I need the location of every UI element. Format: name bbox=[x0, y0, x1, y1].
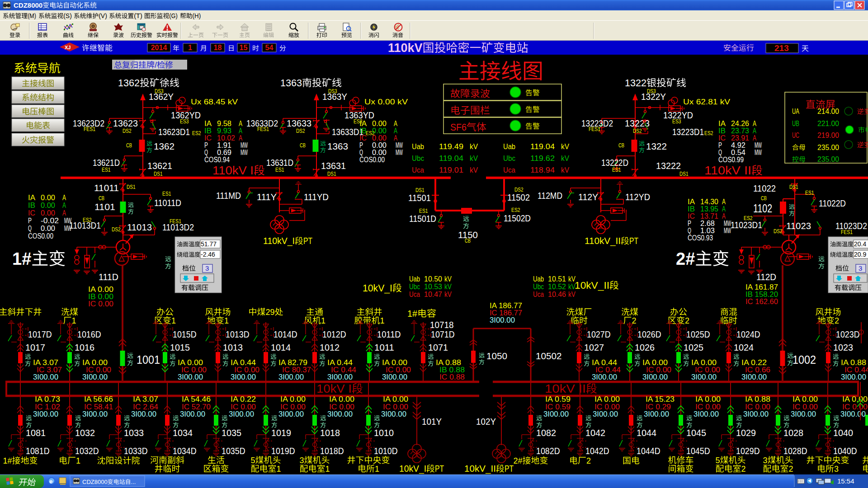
svg-text:IC 0.44: IC 0.44 bbox=[331, 366, 356, 374]
svg-text:1102: 1102 bbox=[753, 202, 772, 215]
svg-text:2#: 2# bbox=[676, 249, 695, 268]
svg-text:UC: UC bbox=[792, 131, 799, 139]
svg-text:1012D: 1012D bbox=[322, 329, 346, 339]
svg-text:IA 3.07: IA 3.07 bbox=[133, 395, 158, 403]
svg-text:CDZ8000: CDZ8000 bbox=[82, 479, 108, 485]
svg-text:IB: IB bbox=[204, 127, 212, 135]
svg-text:1082: 1082 bbox=[536, 428, 556, 438]
svg-text:119.49: 119.49 bbox=[439, 142, 463, 151]
svg-text:CB: CB bbox=[126, 142, 132, 149]
svg-text:1033D: 1033D bbox=[124, 446, 148, 456]
svg-text:CB: CB bbox=[618, 142, 624, 149]
svg-text:Uca: Uca bbox=[409, 291, 420, 298]
svg-text:1034D: 1034D bbox=[173, 446, 197, 456]
svg-text:CB: CB bbox=[300, 142, 306, 149]
svg-text:IC 0.00: IC 0.00 bbox=[842, 403, 868, 411]
svg-text:DS2: DS2 bbox=[633, 127, 642, 134]
svg-text:3I00.00: 3I00.00 bbox=[644, 410, 669, 418]
svg-text:DS1: DS1 bbox=[127, 183, 136, 190]
svg-text:A: A bbox=[722, 212, 726, 220]
svg-text:A: A bbox=[394, 134, 397, 142]
svg-text:1: 1 bbox=[171, 316, 176, 325]
svg-text:0.00: 0.00 bbox=[372, 149, 387, 156]
svg-text:kV: kV bbox=[470, 142, 478, 151]
svg-text:1015: 1015 bbox=[170, 343, 190, 352]
svg-text:(H): (H) bbox=[193, 12, 201, 19]
svg-text:3I00.00: 3I00.00 bbox=[490, 316, 515, 324]
svg-text:235.00: 235.00 bbox=[817, 144, 839, 151]
svg-text:COS0.00: COS0.00 bbox=[359, 156, 385, 164]
svg-text:kV: kV bbox=[470, 154, 478, 163]
svg-text:3I00.00: 3I00.00 bbox=[642, 373, 668, 381]
svg-text:0.00: 0.00 bbox=[41, 209, 55, 217]
svg-text:20.4: 20.4 bbox=[854, 240, 866, 248]
svg-text:5: 5 bbox=[251, 455, 255, 465]
svg-text:2.68: 2.68 bbox=[700, 220, 715, 227]
svg-text:1044: 1044 bbox=[637, 428, 656, 438]
svg-text:MW: MW bbox=[396, 141, 403, 149]
svg-text:9.93: 9.93 bbox=[217, 127, 231, 135]
svg-text:1029: 1029 bbox=[736, 428, 756, 438]
svg-text:ES2: ES2 bbox=[704, 130, 713, 136]
svg-text:Ubc: Ubc bbox=[409, 283, 420, 291]
svg-text:110kV II: 110kV II bbox=[704, 164, 751, 177]
svg-text:11013D2: 11013D2 bbox=[162, 222, 194, 232]
svg-text:Ux 68.45 kV: Ux 68.45 kV bbox=[191, 98, 238, 106]
svg-text:PT: PT bbox=[505, 464, 514, 474]
svg-text:IA 0.00: IA 0.00 bbox=[280, 395, 306, 403]
svg-text:10.51: 10.51 bbox=[548, 275, 566, 283]
svg-text:3I00.00: 3I00.00 bbox=[592, 373, 617, 381]
svg-text:IC 0.00: IC 0.00 bbox=[383, 403, 408, 411]
svg-text:3I00.00: 3I00.00 bbox=[840, 410, 866, 418]
svg-text:IA 0.22: IA 0.22 bbox=[741, 359, 767, 366]
svg-text:(S): (S) bbox=[63, 12, 72, 19]
svg-text:(T): (T) bbox=[134, 12, 142, 19]
svg-text:IC 3.07: IC 3.07 bbox=[37, 366, 62, 374]
svg-text:MW: MW bbox=[724, 227, 731, 235]
svg-text:3I00.00: 3I00.00 bbox=[33, 410, 58, 418]
svg-text:3I00.00: 3I00.00 bbox=[382, 373, 407, 381]
svg-text:COS0.93: COS0.93 bbox=[688, 234, 713, 242]
svg-text:IA 0.59: IA 0.59 bbox=[545, 395, 571, 403]
svg-text:IC 0.29: IC 0.29 bbox=[646, 403, 671, 411]
svg-text:Uab: Uab bbox=[503, 142, 515, 151]
svg-text:1012: 1012 bbox=[320, 343, 340, 352]
svg-text:kV: kV bbox=[561, 142, 570, 151]
svg-text:20.9: 20.9 bbox=[854, 251, 866, 258]
svg-text:1362Y: 1362Y bbox=[149, 92, 174, 102]
svg-text:11013: 11013 bbox=[127, 222, 152, 232]
svg-text:2: 2 bbox=[789, 464, 793, 474]
svg-text:DS2: DS2 bbox=[296, 127, 305, 134]
svg-text:0.00: 0.00 bbox=[372, 127, 387, 135]
svg-text:IB 0.00: IB 0.00 bbox=[88, 293, 113, 300]
svg-text:IA: IA bbox=[28, 194, 35, 202]
svg-text:1013: 1013 bbox=[223, 343, 243, 352]
svg-text:112MD: 112MD bbox=[538, 191, 562, 201]
svg-text:ES3: ES3 bbox=[672, 118, 681, 125]
svg-text:10.47: 10.47 bbox=[424, 291, 442, 298]
svg-text:1045: 1045 bbox=[686, 428, 706, 438]
svg-text:1: 1 bbox=[375, 464, 379, 474]
svg-text:1363: 1363 bbox=[280, 77, 302, 89]
svg-text:1#: 1# bbox=[12, 249, 31, 268]
svg-text:1024D: 1024D bbox=[736, 329, 760, 339]
svg-text:IC: IC bbox=[359, 134, 367, 142]
svg-text:DS1: DS1 bbox=[679, 170, 689, 177]
svg-text:9.58: 9.58 bbox=[217, 120, 231, 127]
svg-text:2014: 2014 bbox=[151, 44, 167, 52]
svg-text:Uca: Uca bbox=[503, 166, 515, 174]
svg-text:A: A bbox=[62, 194, 66, 202]
svg-text:10.53: 10.53 bbox=[424, 283, 442, 291]
svg-text:2: 2 bbox=[835, 316, 839, 325]
svg-text:DS2: DS2 bbox=[514, 186, 524, 193]
svg-text:P: P bbox=[688, 220, 691, 227]
svg-text:1011: 1011 bbox=[374, 343, 394, 352]
svg-text:10kV I: 10kV I bbox=[316, 382, 352, 395]
svg-text:IA 0.00: IA 0.00 bbox=[383, 395, 408, 403]
svg-text:A: A bbox=[62, 209, 66, 217]
svg-text:1362: 1362 bbox=[154, 141, 175, 151]
svg-text:DS1: DS1 bbox=[154, 170, 163, 177]
svg-text:kV: kV bbox=[568, 291, 576, 298]
svg-text:CB: CB bbox=[99, 195, 104, 202]
svg-text:P: P bbox=[204, 141, 208, 149]
